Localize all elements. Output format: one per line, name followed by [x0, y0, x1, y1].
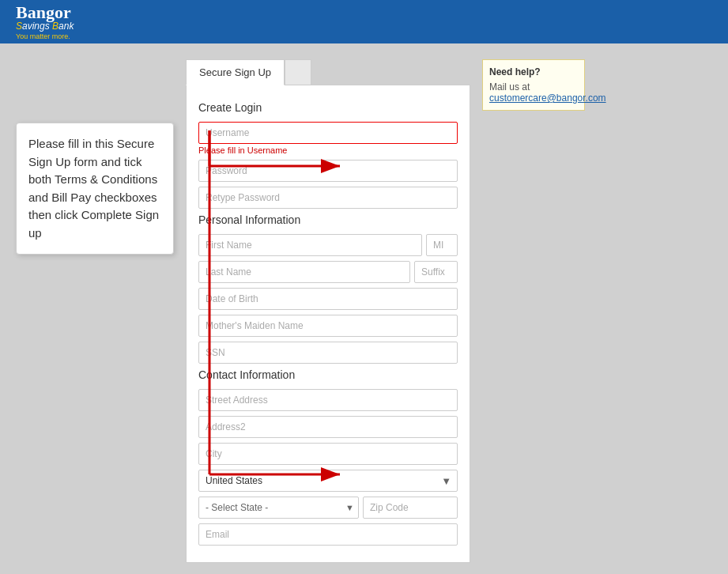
bank-sub: Savings Bank: [16, 21, 74, 31]
street-input[interactable]: [198, 389, 458, 411]
country-select[interactable]: United States: [198, 470, 458, 492]
state-zip-row: - Select State - ▼: [198, 497, 458, 519]
dob-group: [198, 288, 458, 310]
retype-password-input[interactable]: [198, 187, 458, 209]
country-group: United States ▼: [198, 470, 458, 492]
email-input[interactable]: [198, 523, 458, 546]
section-contact-info: Contact Information: [198, 368, 458, 381]
header: Bangor Savings Bank You matter more.: [0, 0, 728, 43]
form-panel: Secure Sign Up Create Login Please fill …: [186, 59, 470, 574]
callout-box: Please fill in this Secure Sign Up form …: [16, 123, 174, 255]
help-title: Need help?: [489, 66, 578, 77]
tab-secondary[interactable]: [285, 59, 311, 85]
address2-group: [198, 416, 458, 438]
zip-input[interactable]: [363, 497, 458, 519]
last-name-input[interactable]: [198, 261, 410, 283]
username-error: Please fill in Username: [198, 145, 458, 155]
street-group: [198, 389, 458, 411]
bottom-section: ➤ I would like to enroll in free Bill Pa…: [186, 563, 470, 574]
ssn-input[interactable]: [198, 342, 458, 364]
state-select-wrap: - Select State - ▼: [198, 497, 359, 519]
city-input[interactable]: [198, 443, 458, 465]
maiden-name-group: [198, 315, 458, 337]
callout-text: Please fill in this Secure Sign Up form …: [28, 135, 161, 242]
help-panel: Need help? Mail us at customercare@bango…: [482, 59, 585, 574]
address2-input[interactable]: [198, 416, 458, 438]
name-row: [198, 234, 458, 256]
city-group: [198, 443, 458, 465]
callout-area: Please fill in this Secure Sign Up form …: [16, 123, 174, 574]
dob-input[interactable]: [198, 288, 458, 310]
password-input[interactable]: [198, 160, 458, 182]
tab-bar: Secure Sign Up: [186, 59, 470, 85]
main-content: Please fill in this Secure Sign Up form …: [0, 43, 728, 574]
help-text: Mail us at customercare@bangor.com: [489, 81, 578, 104]
ssn-group: [198, 342, 458, 364]
state-select[interactable]: - Select State -: [198, 497, 359, 519]
lastname-row: [198, 261, 458, 283]
username-group: Please fill in Username: [198, 122, 458, 155]
help-email-link[interactable]: customercare@bangor.com: [489, 93, 606, 104]
first-name-input[interactable]: [198, 234, 422, 256]
maiden-name-input[interactable]: [198, 315, 458, 337]
email-group: [198, 523, 458, 546]
mi-input[interactable]: [426, 234, 458, 256]
section-personal-info: Personal Information: [198, 213, 458, 226]
password-group: [198, 160, 458, 182]
suffix-input[interactable]: [414, 261, 458, 283]
bank-tagline: You matter more.: [16, 32, 74, 40]
bank-logo: Bangor Savings Bank You matter more.: [16, 4, 74, 40]
tab-secure-signup[interactable]: Secure Sign Up: [186, 59, 285, 85]
bank-name: Bangor: [16, 4, 74, 21]
form-container: Create Login Please fill in Username Per…: [186, 85, 470, 563]
retype-password-group: [198, 187, 458, 209]
username-input[interactable]: [198, 122, 458, 144]
help-box: Need help? Mail us at customercare@bango…: [482, 59, 585, 111]
bill-pay-row: ➤ I would like to enroll in free Bill Pa…: [186, 571, 470, 574]
section-create-login: Create Login: [198, 101, 458, 114]
